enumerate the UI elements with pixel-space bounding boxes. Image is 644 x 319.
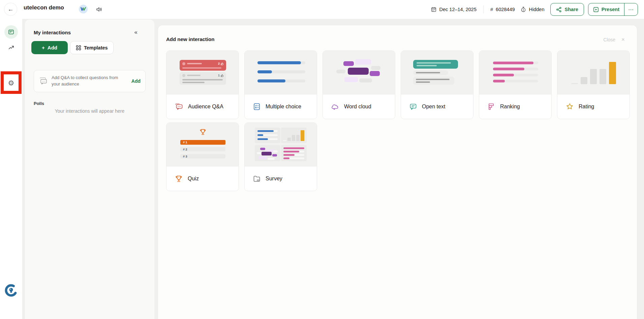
back-button[interactable]: ← (4, 3, 17, 16)
qa-add-link[interactable]: Add (131, 78, 141, 84)
multiple-choice-icon (253, 103, 261, 111)
app-logo[interactable] (0, 283, 22, 297)
card-ranking[interactable]: Ranking (479, 50, 552, 119)
audience-qa-icon (175, 103, 183, 111)
ranking-thumbnail (479, 51, 551, 95)
card-audience-qa[interactable]: 2 1 (166, 50, 239, 119)
utelecon-logo-icon (4, 283, 18, 297)
templates-button[interactable]: Templates (70, 41, 114, 54)
audience-qa-thumbnail: 2 1 (166, 51, 239, 95)
close-label[interactable]: Close (603, 37, 615, 42)
card-quiz[interactable]: # 1 # 2 # 3 Quiz (166, 122, 239, 191)
card-label: Rating (579, 104, 594, 110)
top-bar: ← utelecon demo Dec 12–14, 2025 # 602844… (0, 0, 644, 19)
card-word-cloud[interactable]: Word cloud (323, 50, 395, 119)
present-more-button[interactable]: ⋯ (624, 3, 638, 15)
present-button-group: Present ⋯ (588, 3, 638, 16)
present-play-icon (593, 7, 599, 12)
panel-heading: Add new interaction (166, 36, 214, 42)
card-label: Audience Q&A (188, 104, 223, 110)
qa-upvote-count: 2 (218, 62, 220, 65)
share-nodes-icon (556, 7, 562, 12)
integration-badge[interactable] (79, 5, 88, 13)
quiz-rank-1: # 1 (183, 141, 187, 144)
qa-upvote-count: 1 (218, 74, 220, 77)
rail-trends-button[interactable] (0, 44, 22, 51)
divider (483, 5, 484, 13)
card-open-text[interactable]: Open text (401, 50, 473, 119)
code-hash: # (490, 7, 493, 12)
empty-state-text: Your interactions will appear here (25, 108, 154, 114)
survey-folder-icon (253, 175, 261, 183)
card-survey[interactable]: Survey (244, 122, 317, 191)
close-icon[interactable]: × (621, 36, 625, 43)
card-label: Word cloud (344, 104, 371, 110)
voting-code: 6028449 (496, 7, 515, 12)
sidebar-title: My interactions (34, 30, 71, 35)
calendar-icon (431, 6, 437, 12)
templates-label: Templates (84, 45, 108, 50)
speech-bubbles-icon (39, 77, 48, 85)
left-rail: ⚙ (0, 19, 22, 319)
present-label: Present (602, 7, 619, 12)
add-interaction-button[interactable]: + Add (31, 41, 68, 54)
presentation-title: utelecon demo (24, 4, 64, 11)
card-label: Survey (266, 176, 282, 182)
card-multiple-choice[interactable]: Multiple choice (244, 50, 317, 119)
quiz-trophy-icon (175, 175, 183, 183)
card-label: Open text (422, 104, 445, 110)
open-text-thumbnail (401, 51, 473, 95)
session-dates: Dec 12–14, 2025 (439, 7, 477, 12)
trending-up-icon (8, 44, 14, 51)
my-interactions-panel: My interactions « + Add Templates Audien… (25, 20, 154, 319)
audio-icon[interactable] (96, 6, 102, 13)
settings-gear-icon[interactable]: ⚙ (8, 79, 14, 86)
card-label: Quiz (188, 176, 199, 182)
chevrons-left-icon: « (134, 29, 137, 35)
add-button-label: Add (48, 45, 57, 50)
rating-thumbnail (557, 51, 630, 95)
multiple-choice-thumbnail (245, 51, 317, 95)
rating-star-icon (565, 103, 574, 111)
thumbs-up-icon (221, 62, 223, 65)
rail-slides-button[interactable] (0, 25, 22, 39)
integration-logo-icon (81, 7, 86, 11)
qa-prompt-text: Add Q&A to collect questions from your a… (52, 75, 127, 87)
ranking-icon (487, 103, 495, 111)
plus-icon: + (42, 45, 45, 50)
templates-grid-icon (76, 45, 81, 50)
trophy-icon (199, 128, 207, 136)
visibility-status: Hidden (529, 7, 545, 12)
present-button[interactable]: Present (588, 3, 624, 15)
quiz-rank-2: # 2 (183, 148, 187, 151)
back-arrow-icon: ← (8, 6, 14, 13)
polls-section-label: Polls (34, 101, 44, 106)
collapse-sidebar-button[interactable]: « (134, 29, 137, 36)
quiz-rank-3: # 3 (183, 155, 187, 158)
share-button[interactable]: Share (550, 3, 584, 16)
qa-prompt-box: Add Q&A to collect questions from your a… (34, 70, 146, 92)
slides-icon (8, 29, 14, 35)
open-text-icon (409, 103, 417, 111)
slides-icon-circle (4, 25, 18, 39)
word-cloud-icon (331, 103, 339, 111)
annotation-highlight-settings: ⚙ (1, 71, 22, 94)
survey-thumbnail (245, 123, 317, 167)
card-rating[interactable]: Rating (557, 50, 630, 119)
word-cloud-thumbnail (323, 51, 395, 95)
hidden-timer-icon (520, 6, 526, 12)
share-label: Share (564, 7, 578, 12)
add-interaction-panel: Add new interaction Close × 2 (158, 25, 637, 319)
more-ellipsis-icon: ⋯ (628, 6, 634, 13)
thumbs-up-icon (221, 74, 223, 77)
card-label: Multiple choice (266, 104, 301, 110)
card-label: Ranking (500, 104, 520, 110)
quiz-thumbnail: # 1 # 2 # 3 (166, 123, 239, 167)
